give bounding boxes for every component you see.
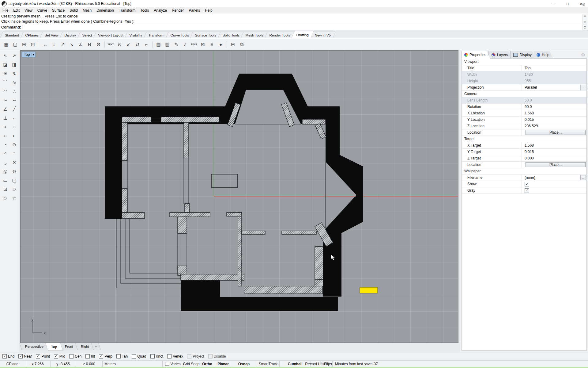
- ellipse-icon[interactable]: ◎: [1, 167, 10, 176]
- menu-item[interactable]: View: [22, 7, 35, 13]
- curve-icon[interactable]: ⌒: [1, 78, 10, 87]
- polyline-icon[interactable]: ∠: [1, 105, 10, 113]
- osnap-toggle[interactable]: Mid: [54, 354, 65, 358]
- x-location-field[interactable]: 1.568: [522, 110, 586, 116]
- checkbox-icon[interactable]: [99, 354, 103, 358]
- menu-item[interactable]: Edit: [11, 7, 22, 13]
- checkbox-icon[interactable]: [167, 354, 172, 358]
- toolbar-tab[interactable]: Surface Tools: [190, 32, 221, 38]
- ellipse-diameter-icon[interactable]: ⊚: [10, 167, 19, 176]
- gear-icon[interactable]: ⚙: [581, 52, 585, 57]
- status-pane[interactable]: Minutes from last save: 37: [333, 361, 588, 367]
- point-cloud-icon[interactable]: ∴: [10, 87, 19, 96]
- status-pane[interactable]: Grid Snap: [183, 361, 199, 367]
- dim-ordinate-icon[interactable]: ⌐: [142, 40, 151, 49]
- menu-item[interactable]: Transform: [116, 7, 138, 13]
- status-pane[interactable]: Meters: [103, 361, 163, 367]
- sketch-icon[interactable]: ∽: [10, 96, 19, 105]
- toolbar-tab[interactable]: Viewport Layout: [93, 32, 129, 38]
- add-detail-icon[interactable]: ⊞: [20, 40, 28, 49]
- extract-icon[interactable]: ↯: [10, 69, 19, 78]
- dimension-check-icon[interactable]: ✓: [181, 40, 190, 49]
- camera-place-button[interactable]: Place...: [526, 130, 586, 135]
- tab-layers[interactable]: Layers: [488, 51, 512, 59]
- drag-icon[interactable]: ↗: [10, 51, 19, 60]
- control-curve-icon[interactable]: ∿: [10, 78, 19, 87]
- page-properties-icon[interactable]: ⊡: [28, 40, 37, 49]
- toolbar-tab[interactable]: Transform: [143, 32, 169, 38]
- z-location-field[interactable]: 236.529: [522, 123, 586, 129]
- dim-diameter-icon[interactable]: Ø: [94, 40, 103, 49]
- floor-plan-drawing[interactable]: y x: [21, 51, 458, 343]
- menu-item[interactable]: Solid: [67, 7, 80, 13]
- close-button[interactable]: ×: [574, 0, 588, 7]
- dim-aligned-icon[interactable]: ↗: [58, 40, 67, 49]
- leader-icon[interactable]: ↙: [124, 40, 133, 49]
- checkbox-icon[interactable]: [116, 354, 121, 358]
- tab-help[interactable]: ?Help: [534, 51, 553, 59]
- separator[interactable]: [103, 40, 106, 49]
- interior-walls-hatched[interactable]: [122, 103, 333, 294]
- status-pane[interactable]: Varies: [163, 361, 183, 367]
- browse-button[interactable]: ...: [580, 175, 586, 180]
- status-pane[interactable]: SmartTrack: [257, 361, 280, 367]
- copy-clipboard-icon[interactable]: ⧉: [237, 40, 246, 49]
- annotate-text-icon[interactable]: TEXT: [190, 40, 198, 49]
- rotation-field[interactable]: 90.0: [522, 104, 586, 110]
- checkbox-icon[interactable]: [150, 354, 155, 358]
- circle-deform-icon[interactable]: ◐: [10, 131, 19, 140]
- menu-item[interactable]: Mesh: [80, 7, 94, 13]
- projection-select[interactable]: Parallel⌄: [522, 84, 586, 90]
- pointer-icon[interactable]: ↖: [1, 51, 10, 60]
- toolbar-tab[interactable]: Mesh Tools: [241, 32, 269, 38]
- separator[interactable]: [37, 40, 41, 49]
- osnap-toggle[interactable]: Quad: [132, 354, 146, 358]
- osnap-toggle[interactable]: End: [2, 354, 14, 358]
- trim-icon[interactable]: ◪: [1, 60, 10, 69]
- menu-item[interactable]: Dimension: [94, 7, 116, 13]
- status-pane[interactable]: Ortho: [199, 361, 215, 367]
- hatch-icon[interactable]: ▧: [154, 40, 163, 49]
- toolbar-tab[interactable]: New in V5: [310, 32, 336, 38]
- toolbar-tab[interactable]: Solid Tools: [217, 32, 244, 38]
- arc-center-icon[interactable]: ◜: [1, 149, 10, 158]
- filename-field[interactable]: (none)...: [522, 174, 586, 181]
- dim-angle-icon[interactable]: ∠: [76, 40, 85, 49]
- menu-item[interactable]: Surface: [50, 7, 67, 13]
- separator[interactable]: [225, 40, 228, 49]
- yellow-highlight-object[interactable]: [360, 287, 378, 293]
- status-pane[interactable]: Planar: [215, 361, 231, 367]
- checkbox-icon[interactable]: [208, 354, 213, 358]
- rectangle-icon[interactable]: ▭: [1, 176, 10, 185]
- new-page-icon[interactable]: ▢: [11, 40, 20, 49]
- render-dot-icon[interactable]: ●: [216, 40, 225, 49]
- polygon-icon[interactable]: ◇: [1, 194, 10, 202]
- command-history[interactable]: Creating preview mesh... Press Esc to ca…: [0, 13, 588, 24]
- circle-tangent-icon[interactable]: ◌: [10, 122, 19, 131]
- target-place-button[interactable]: Place...: [526, 162, 586, 167]
- status-pane[interactable]: y -3.455: [51, 361, 76, 367]
- osnap-toggle[interactable]: Point: [36, 354, 50, 358]
- checkbox-icon[interactable]: [69, 354, 74, 358]
- gray-checkbox[interactable]: ✓: [525, 188, 529, 193]
- command-input[interactable]: Command:: [0, 24, 588, 30]
- osnap-toggle[interactable]: Disable: [208, 354, 226, 358]
- line-normal-icon[interactable]: ⊥: [1, 113, 10, 122]
- menu-item[interactable]: Tools: [138, 7, 151, 13]
- hatch-region-icon[interactable]: ▨: [163, 40, 172, 49]
- minimize-button[interactable]: −: [547, 0, 560, 7]
- spiral-icon[interactable]: ∾: [1, 96, 10, 105]
- menu-item[interactable]: File: [0, 7, 11, 13]
- dim-radius-icon[interactable]: R: [85, 40, 94, 49]
- picture-frame-icon[interactable]: ⊡: [1, 185, 10, 194]
- rounded-rectangle-icon[interactable]: ▢: [10, 176, 19, 185]
- menu-item[interactable]: Panels: [186, 7, 202, 13]
- tab-properties[interactable]: Properties: [462, 51, 490, 59]
- gumball-axis-icon[interactable]: +: [1, 122, 10, 131]
- blend-curve-icon[interactable]: ◡: [1, 158, 10, 167]
- split-icon[interactable]: ◨: [10, 60, 19, 69]
- menu-item[interactable]: Analyze: [151, 7, 169, 13]
- circle-icon[interactable]: ○: [1, 131, 10, 140]
- text-block-icon[interactable]: TEXT: [106, 40, 115, 49]
- curve-cross-icon[interactable]: ✕: [10, 158, 19, 167]
